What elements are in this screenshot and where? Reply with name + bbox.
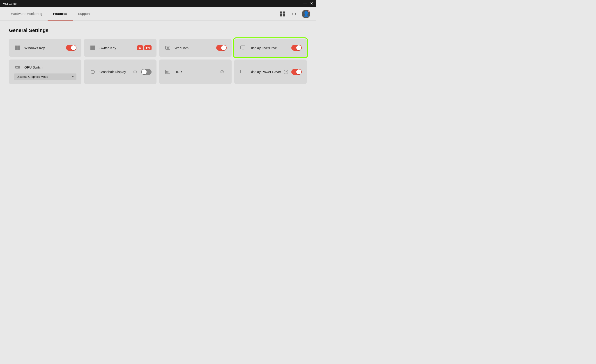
tabs: Hardware Monitoring Features Support [5, 7, 95, 21]
crosshair-display-controls: ⚙ [133, 69, 151, 75]
hdr-gear-control[interactable]: ⚙ [220, 69, 227, 75]
switch-key-fn-badge: FN [144, 45, 151, 50]
switch-key-badges: ⊞ FN [137, 45, 151, 50]
windows-key-card: Windows Key [9, 39, 82, 57]
content-area: General Settings Windows Key S [0, 21, 316, 91]
gpu-dropdown-wrapper: Discrete Graphics Mode Integrated Graphi… [14, 73, 76, 80]
hdr-label: HDR [175, 70, 220, 74]
crosshair-gear-icon[interactable]: ⚙ [133, 69, 137, 75]
crosshair-display-label: Crosshair Display [99, 70, 133, 74]
windows-key-toggle-thumb [71, 45, 76, 50]
minimize-button[interactable]: — [303, 2, 307, 5]
title-bar: MSI Center — ✕ [0, 0, 316, 7]
gpu-switch-label: GPU Switch [24, 65, 76, 69]
svg-point-10 [168, 48, 168, 48]
svg-rect-5 [93, 45, 95, 48]
tab-bar-right: ⚙ 👤 [278, 10, 310, 18]
main-content: Hardware Monitoring Features Support ⚙ 👤 [0, 7, 316, 182]
display-overdrive-card: Display OverDrive [234, 39, 307, 57]
display-overdrive-label: Display OverDrive [250, 46, 291, 50]
svg-rect-3 [18, 48, 20, 50]
tab-bar: Hardware Monitoring Features Support ⚙ 👤 [0, 7, 316, 21]
crosshair-toggle-thumb [142, 69, 147, 74]
svg-rect-21 [241, 70, 245, 73]
crosshair-display-card: Crosshair Display ⚙ [84, 59, 156, 84]
display-power-saver-toggle-thumb [296, 69, 301, 74]
webcam-toggle[interactable] [216, 45, 227, 51]
hdr-gear-icon[interactable]: ⚙ [220, 69, 224, 75]
windows-key-label: Windows Key [24, 46, 66, 50]
display-overdrive-toggle[interactable] [291, 45, 302, 51]
gpu-switch-icon [14, 64, 21, 71]
webcam-toggle-switch[interactable] [216, 45, 227, 51]
app-title: MSI Center [3, 2, 18, 5]
webcam-icon [164, 44, 171, 51]
svg-rect-14 [17, 67, 18, 68]
svg-rect-13 [16, 67, 17, 68]
user-avatar[interactable]: 👤 [302, 10, 310, 18]
display-power-saver-toggle-switch[interactable] [291, 69, 302, 75]
display-power-saver-controls: ? [284, 69, 302, 75]
display-overdrive-icon [239, 44, 246, 51]
crosshair-toggle-switch[interactable] [141, 69, 151, 75]
display-power-saver-help-icon[interactable]: ? [284, 70, 288, 74]
avatar-notification-badge [308, 10, 310, 12]
tab-hardware-monitoring[interactable]: Hardware Monitoring [5, 7, 48, 21]
switch-key-label: Switch Key [99, 46, 137, 50]
svg-rect-7 [93, 48, 95, 50]
display-power-saver-icon [239, 68, 246, 75]
display-overdrive-toggle-thumb [296, 45, 301, 50]
windows-key-toggle[interactable] [66, 45, 76, 51]
display-power-saver-card: Display Power Saver ? [234, 59, 307, 84]
svg-rect-0 [15, 45, 18, 48]
windows-key-icon [14, 44, 21, 51]
window-controls: — ✕ [303, 2, 313, 5]
display-overdrive-toggle-switch[interactable] [291, 45, 302, 51]
svg-rect-11 [241, 46, 245, 49]
windows-key-toggle-switch[interactable] [66, 45, 76, 51]
svg-rect-6 [90, 48, 93, 50]
webcam-toggle-thumb [221, 45, 226, 50]
display-power-saver-label: Display Power Saver [250, 70, 284, 74]
switch-key-win-badge: ⊞ [137, 45, 143, 50]
settings-grid: Windows Key Switch Key ⊞ FN [9, 39, 307, 84]
grid-view-button[interactable] [278, 10, 286, 18]
tab-features[interactable]: Features [48, 7, 73, 21]
hdr-icon [164, 68, 171, 75]
grid-view-icon [280, 12, 285, 16]
gear-icon: ⚙ [292, 11, 296, 17]
settings-button[interactable]: ⚙ [290, 10, 298, 18]
gpu-switch-dropdown[interactable]: Discrete Graphics Mode Integrated Graphi… [14, 73, 76, 80]
svg-rect-1 [18, 45, 20, 48]
switch-key-icon [89, 44, 96, 51]
switch-key-card: Switch Key ⊞ FN [84, 39, 156, 57]
gpu-switch-card: GPU Switch Discrete Graphics Mode Integr… [9, 59, 82, 84]
svg-rect-2 [15, 48, 18, 50]
webcam-card: WebCam [159, 39, 231, 57]
close-button[interactable]: ✕ [310, 2, 313, 5]
tab-support[interactable]: Support [73, 7, 95, 21]
crosshair-display-icon [89, 68, 96, 75]
gpu-switch-top: GPU Switch [14, 64, 76, 71]
section-title: General Settings [9, 28, 307, 33]
webcam-label: WebCam [175, 46, 216, 50]
hdr-card: HDR ⚙ [159, 59, 231, 84]
svg-rect-4 [90, 45, 93, 48]
